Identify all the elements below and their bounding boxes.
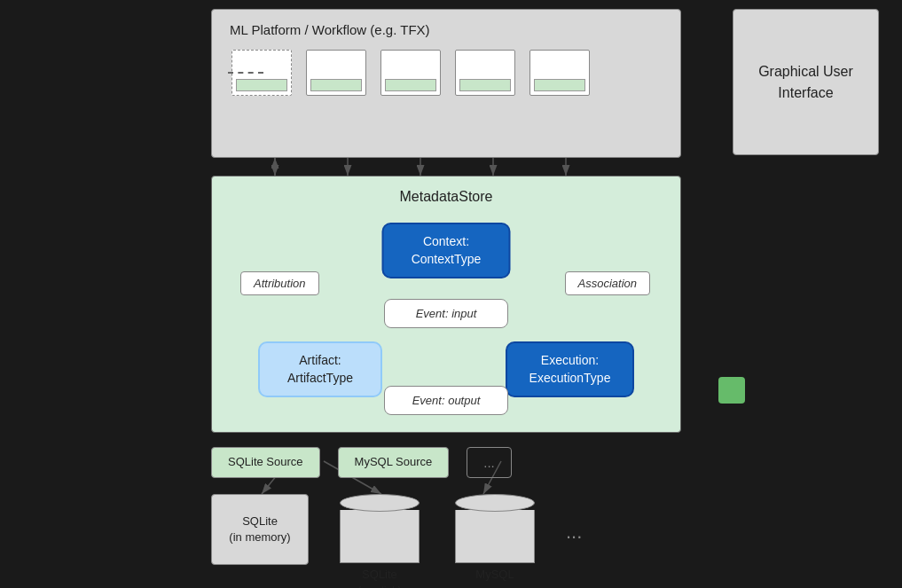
cylinder-top-2: [455, 494, 535, 512]
ml-component-box-1: [306, 50, 366, 96]
cylinder-body-2: [455, 510, 535, 563]
diagram: ML Platform / Workflow (e.g. TFX): [0, 0, 902, 588]
sqlite-source-box: SQLite Source: [211, 447, 320, 478]
gui-title: Graphical User Interface: [733, 61, 878, 104]
ml-component-2: [379, 50, 443, 96]
ml-platform-title: ML Platform / Workflow (e.g. TFX): [230, 22, 430, 37]
mysql-source-box: MySQL Source: [338, 447, 450, 478]
context-box: Context:ContextType: [382, 223, 511, 278]
ml-platform-box: ML Platform / Workflow (e.g. TFX): [211, 9, 681, 158]
green-indicator: [718, 377, 745, 404]
ml-component-green: [236, 79, 287, 91]
association-label: Association: [565, 271, 650, 295]
ml-component-green-1: [310, 79, 362, 91]
ml-component-box-2: [380, 50, 441, 96]
dashed-line: [228, 72, 263, 74]
sqlite-memory-label: SQLite(in memory): [229, 514, 290, 545]
event-input-box: Event: input: [384, 299, 508, 328]
ml-component-green-4: [534, 79, 585, 91]
ml-component-box-4: [529, 50, 590, 96]
ml-component-4: [528, 50, 592, 96]
db-dots: ...: [566, 521, 582, 544]
execution-label: Execution:ExecutionType: [529, 353, 611, 385]
context-label: Context:ContextType: [412, 234, 482, 266]
event-output-label: Event: output: [412, 394, 481, 407]
artifact-label: Artifact:ArtifactType: [287, 353, 353, 385]
ml-components: [230, 50, 592, 96]
ml-component-green-3: [459, 79, 511, 91]
ml-component-green-2: [385, 79, 436, 91]
ml-component-3: [453, 50, 517, 96]
metadata-title: MetadataStore: [400, 189, 493, 205]
ml-component-box-3: [455, 50, 515, 96]
sqlite-memory-db: SQLite(in memory): [211, 494, 309, 565]
sqlite-disk-label: SQLite(on disk): [357, 567, 402, 588]
execution-box: Execution:ExecutionType: [506, 341, 634, 397]
metadata-box: MetadataStore Context:ContextType Attrib…: [211, 176, 681, 433]
event-input-label: Event: input: [416, 307, 477, 320]
mysql-label: MySQL: [475, 567, 514, 583]
source-dots-box: ...: [467, 447, 512, 478]
cylinder-top-1: [340, 494, 420, 512]
sqlite-disk-db: SQLite(on disk): [335, 494, 424, 588]
event-output-box: Event: output: [384, 386, 508, 415]
mysql-db: MySQL: [451, 494, 539, 583]
artifact-box: Artifact:ArtifactType: [258, 341, 382, 397]
source-boxes: SQLite Source MySQL Source ...: [211, 447, 512, 478]
gui-box: Graphical User Interface: [733, 9, 879, 155]
cylinder-body-1: [340, 510, 420, 563]
databases-row: SQLite(in memory) SQLite(on disk) MySQL …: [211, 494, 582, 588]
ml-component-1: [304, 50, 368, 96]
attribution-label: Attribution: [240, 271, 319, 295]
